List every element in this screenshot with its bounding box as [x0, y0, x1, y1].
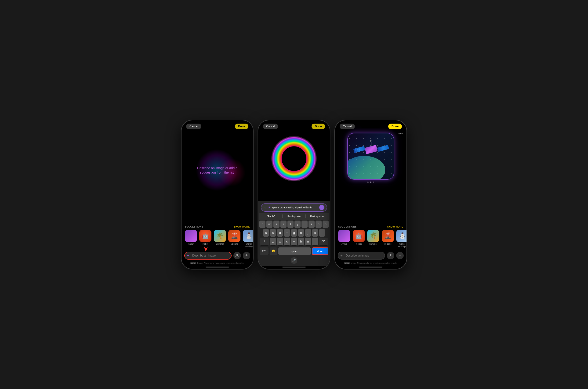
thumb-volcano-1: 🌋	[228, 230, 240, 242]
suggestion-ankur-3[interactable]: Ankur	[338, 230, 350, 248]
key-i[interactable]: i	[308, 221, 315, 228]
key-w[interactable]: w	[266, 221, 272, 228]
describe-input-3[interactable]	[338, 252, 385, 259]
screen1-prompt-text: Describe an image or add a suggestion fr…	[194, 166, 241, 175]
svg-rect-10	[377, 145, 389, 152]
key-n[interactable]: n	[305, 238, 311, 245]
key-d[interactable]: d	[277, 229, 283, 237]
key-b[interactable]: b	[298, 238, 304, 245]
dot-2	[370, 182, 371, 183]
key-delete[interactable]: ⌫	[319, 238, 328, 245]
person-btn-1[interactable]	[233, 252, 241, 259]
suggestion-winter-3[interactable]: ⛄ Winter Holidays	[396, 230, 406, 248]
thumb-robot-3: 🤖	[353, 230, 365, 242]
suggestions-list-3: Ankur 🤖 Robot 🌴	[338, 230, 403, 250]
key-done[interactable]: done	[312, 247, 328, 255]
suggestions-area-1: SUGGESTIONS SHOW MORE Ankur 🤖	[182, 224, 253, 250]
thumb-ankur-3	[338, 230, 350, 242]
key-z[interactable]: z	[270, 238, 276, 245]
snowman-1: ⛄	[243, 230, 253, 242]
cancel-button-2[interactable]: Cancel	[263, 124, 278, 129]
key-row-2: a s d f g h j k l	[260, 229, 328, 237]
input-icon-3: ✦	[340, 254, 343, 258]
suggestion-robot-1[interactable]: 🤖 Robot	[199, 230, 212, 248]
ankur-icon-1	[185, 230, 197, 242]
key-s[interactable]: s	[270, 229, 276, 237]
autocorrect-earthquake[interactable]: Earthquake	[283, 215, 306, 218]
phone-screen-3: Cancel Done •••	[335, 120, 406, 269]
volcano-emoji-3: 🌋	[382, 230, 394, 242]
cancel-button-1[interactable]: Cancel	[186, 124, 201, 129]
svg-point-1	[236, 254, 238, 256]
key-t[interactable]: t	[288, 221, 294, 228]
show-more-button-3[interactable]: SHOW MORE	[387, 226, 403, 228]
screen2-content	[258, 130, 330, 201]
key-j[interactable]: j	[305, 229, 311, 237]
autocorrect-earth[interactable]: "Earth"	[259, 215, 283, 218]
palm-tree-1: 🌴	[214, 230, 226, 242]
describe-input-1[interactable]	[184, 252, 232, 259]
suggestion-ankur-1[interactable]: Ankur	[185, 230, 197, 248]
text-input-row[interactable]: ‹ ✦ space broadcasting signal to Earth ↑	[261, 203, 327, 212]
more-options-btn[interactable]: •••	[398, 131, 403, 136]
key-g[interactable]: g	[291, 229, 297, 237]
suggestion-label-volcano-3: Volcano	[384, 243, 392, 245]
mic-btn[interactable]: 🎤	[291, 257, 297, 264]
add-btn-3[interactable]: +	[396, 252, 404, 259]
key-u[interactable]: u	[301, 221, 308, 228]
key-c[interactable]: c	[284, 238, 290, 245]
suggestions-header-3: SUGGESTIONS SHOW MORE	[338, 226, 403, 228]
snowman-3: ⛄	[396, 230, 406, 242]
screen1-center-text: Describe an image or add a suggestion fr…	[194, 166, 241, 175]
suggestion-label-ankur-3: Ankur	[341, 243, 347, 245]
notch-2	[284, 122, 304, 128]
key-q[interactable]: q	[259, 221, 265, 228]
suggestion-label-ankur-1: Ankur	[188, 243, 194, 245]
key-e[interactable]: e	[273, 221, 280, 228]
key-emoji[interactable]: 🙂	[270, 247, 277, 255]
keyboard-rows: q w e r t y u i o p a	[259, 220, 329, 247]
suggestions-label-3: SUGGESTIONS	[338, 226, 357, 228]
key-o[interactable]: o	[316, 221, 322, 228]
suggestion-volcano-1[interactable]: 🌋 Volcano	[228, 230, 240, 248]
key-l[interactable]: l	[319, 229, 325, 237]
notch-1	[207, 122, 228, 128]
key-x[interactable]: x	[277, 238, 283, 245]
suggestion-winter-1[interactable]: ⛄ Winter Holidays	[243, 230, 253, 248]
key-123[interactable]: 123	[260, 247, 268, 255]
key-a[interactable]: a	[263, 229, 269, 237]
key-r[interactable]: r	[280, 221, 287, 228]
beta-badge-1: BETA	[190, 262, 196, 264]
thumb-volcano-3: 🌋	[382, 230, 394, 242]
done-button-1[interactable]: Done	[235, 124, 248, 129]
suggestion-volcano-3[interactable]: 🌋 Volcano	[382, 230, 394, 248]
done-button-3[interactable]: Done	[388, 124, 402, 129]
suggestion-summer-1[interactable]: 🌴 Summer	[214, 230, 226, 248]
suggestion-summer-3[interactable]: 🌴 Summer	[367, 230, 379, 248]
key-m[interactable]: m	[312, 238, 318, 245]
key-shift[interactable]: ⇧	[260, 238, 269, 245]
key-y[interactable]: y	[294, 221, 300, 228]
dot-1	[367, 182, 368, 183]
person-btn-3[interactable]	[387, 252, 394, 259]
add-btn-1[interactable]: +	[243, 252, 250, 259]
header-1: Cancel Done	[182, 120, 253, 130]
done-button-2[interactable]: Done	[312, 124, 325, 129]
key-p[interactable]: p	[323, 221, 329, 228]
suggestion-label-robot-1: Robot	[203, 243, 208, 245]
beta-message-3: Image Playground may create unexpected r…	[351, 262, 398, 264]
home-indicator-2	[282, 267, 306, 267]
cancel-button-3[interactable]: Cancel	[340, 124, 355, 129]
key-space[interactable]: space	[278, 247, 311, 255]
key-row-1: q w e r t y u i o p	[260, 221, 328, 228]
svg-rect-6	[353, 146, 365, 153]
send-btn[interactable]: ↑	[319, 205, 324, 210]
back-btn[interactable]: ‹	[264, 205, 267, 210]
key-k[interactable]: k	[312, 229, 318, 237]
key-f[interactable]: f	[284, 229, 290, 237]
key-v[interactable]: v	[291, 238, 297, 245]
show-more-button-1[interactable]: SHOW MORE	[234, 226, 250, 228]
key-h[interactable]: h	[298, 229, 304, 237]
suggestion-robot-3[interactable]: 🤖 Robot	[353, 230, 365, 248]
autocorrect-earthquakes[interactable]: Earthquakes	[306, 215, 329, 218]
